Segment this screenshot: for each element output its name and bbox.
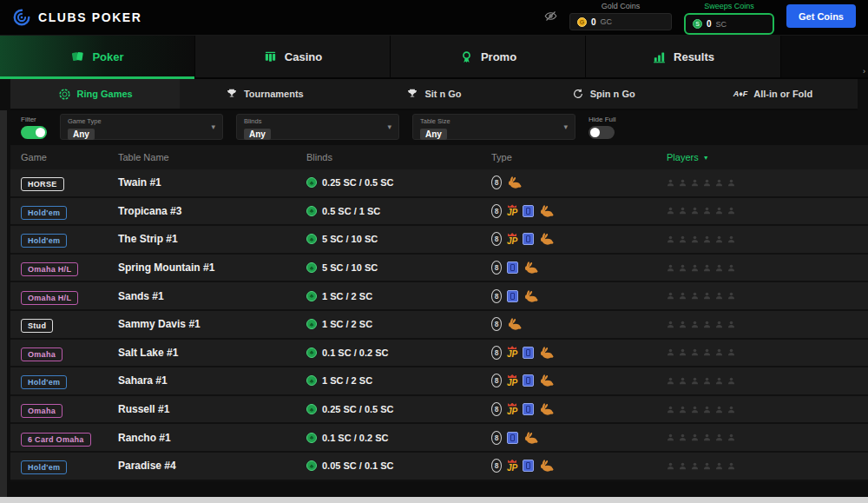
empty-seat-icon [679,462,687,470]
jackpot-icon: JP [507,374,517,387]
hide-full-toggle-group: Hide Full [589,116,616,139]
horizontal-scrollbar[interactable] [0,497,868,503]
empty-seat-icon [691,348,699,356]
column-header-blinds[interactable]: Blinds [306,152,491,162]
sub-tab-label: All-in or Fold [753,89,812,99]
empty-seat-icon [691,462,699,470]
jackpot-icon: JP [507,233,517,246]
empty-seat-icon [691,235,699,243]
table-name: Spring Mountain #1 [118,261,306,274]
wallet-area: Gold Coins G 0 GC Sweeps Coins S 0 SC Ge… [544,0,856,35]
poker-cards-icon [70,50,85,64]
blinds-value: 0.1 SC / 0.2 SC [322,347,388,358]
gold-amount: 0 [591,17,596,27]
empty-seat-icon [715,321,723,328]
empty-seat-icon [667,264,674,272]
oval-8-icon: 8 [491,317,502,331]
tab-results[interactable]: Results [586,36,781,77]
jackpot-icon: JP [507,204,517,217]
tab-label: Casino [285,50,322,63]
filter-toggle[interactable] [21,126,47,139]
game-badge: Stud [21,319,53,333]
table-row[interactable]: Omaha Russell #1 ♣ 0.25 SC / 0.5 SC 8JP [10,396,868,425]
sub-tab-spin-n-go[interactable]: Spin n Go [519,79,688,109]
hide-full-toggle[interactable] [589,126,615,139]
tab-label: Promo [481,50,516,63]
empty-seat-icon [715,264,723,272]
type-cell: 8JP [491,402,667,416]
players-seats [667,207,868,215]
empty-seat-icon [667,207,674,215]
players-seats [667,434,868,441]
game-badge: Omaha H/L [21,291,78,305]
tab-casino[interactable]: Casino [195,36,391,77]
blinds-value: 0.5 SC / 1 SC [322,206,380,216]
column-header-players[interactable]: Players ▼ [667,152,868,162]
table-row[interactable]: Stud Sammy Davis #1 ♣ 1 SC / 2 SC 8 [10,311,868,340]
chevron-down-icon: ▾ [211,122,215,131]
rabbit-icon [523,432,538,444]
poker-chip-icon [58,88,71,101]
table-row[interactable]: Hold'em The Strip #1 ♣ 5 SC / 10 SC 8JP [10,226,868,255]
empty-seat-icon [667,321,674,328]
table-row[interactable]: Omaha H/L Spring Mountain #1 ♣ 5 SC / 10… [10,255,868,283]
hide-full-label: Hide Full [589,116,616,123]
table-name: Salt Lake #1 [118,347,306,359]
rabbit-icon [539,233,554,245]
select-label: Blinds [244,117,391,125]
column-header-table-name[interactable]: Table Name [118,152,306,162]
table-row[interactable]: Hold'em Tropicana #3 ♣ 0.5 SC / 1 SC 8JP [10,198,868,227]
sub-tab-all-in-or-fold[interactable]: A♦F All-in or Fold [688,79,858,109]
table-row[interactable]: Hold'em Paradise #4 ♣ 0.05 SC / 0.1 SC 8… [10,453,868,481]
table-size-select[interactable]: Table Size Any ▾ [412,114,575,140]
sub-tab-label: Tournaments [244,89,304,99]
sweeps-coin-icon: ♣ [306,433,317,443]
sweeps-coin-icon: S [693,19,702,29]
rabbit-icon [539,205,554,217]
type-cell: 8JP [491,232,667,246]
brand-logo[interactable]: CLUBS POKER [12,8,142,27]
trophy-icon [406,88,418,100]
table-row[interactable]: Hold'em Sahara #1 ♣ 1 SC / 2 SC 8JP [10,367,868,396]
empty-seat-icon [667,462,674,470]
select-value: Any [420,129,447,140]
gold-coins-group: Gold Coins G 0 GC [569,0,672,30]
table-name: Sahara #1 [118,374,306,387]
blinds-value: 0.1 SC / 0.2 SC [322,433,388,443]
table-row[interactable]: HORSE Twain #1 ♣ 0.25 SC / 0.5 SC 8 [10,169,868,198]
tab-poker[interactable]: Poker [0,36,195,77]
oval-8-icon: 8 [491,459,502,473]
oval-8-icon: 8 [491,232,502,246]
vertical-scrollbar[interactable] [0,110,7,497]
type-cell: 8 [491,431,667,445]
game-badge: HORSE [21,177,64,191]
empty-seat-icon [727,406,735,414]
blinds-select[interactable]: Blinds Any ▾ [236,114,399,140]
empty-seat-icon [691,321,699,328]
deck-icon [507,432,518,444]
sub-tab-sit-n-go[interactable]: Sit n Go [349,79,518,109]
empty-seat-icon [715,292,723,300]
sub-tab-ring-games[interactable]: Ring Games [10,79,180,109]
column-header-game[interactable]: Game [10,152,118,162]
empty-seat-icon [703,235,711,243]
empty-seat-icon [715,207,723,215]
empty-seat-icon [703,321,711,328]
type-cell: 8JP [491,204,667,218]
column-header-type[interactable]: Type [491,152,667,162]
empty-seat-icon [667,235,674,243]
players-seats [667,462,868,470]
hide-balance-eye-icon[interactable] [544,10,557,23]
get-coins-button[interactable]: Get Coins [786,4,856,28]
table-row[interactable]: Omaha H/L Sands #1 ♣ 1 SC / 2 SC 8 [10,282,868,311]
lobby-table: Game Table Name Blinds Type Players ▼ HO… [10,145,868,481]
type-cell: 8 [491,289,667,303]
sub-tab-tournaments[interactable]: Tournaments [180,79,349,109]
table-row[interactable]: Omaha Salt Lake #1 ♣ 0.1 SC / 0.2 SC 8JP [10,340,868,368]
empty-seat-icon [703,179,711,187]
table-row[interactable]: 6 Card Omaha Rancho #1 ♣ 0.1 SC / 0.2 SC… [10,424,868,453]
game-type-select[interactable]: Game Type Any ▾ [60,114,223,140]
chevron-down-icon: ▾ [387,122,391,131]
select-value: Any [68,129,95,140]
tab-promo[interactable]: Promo [391,36,586,77]
